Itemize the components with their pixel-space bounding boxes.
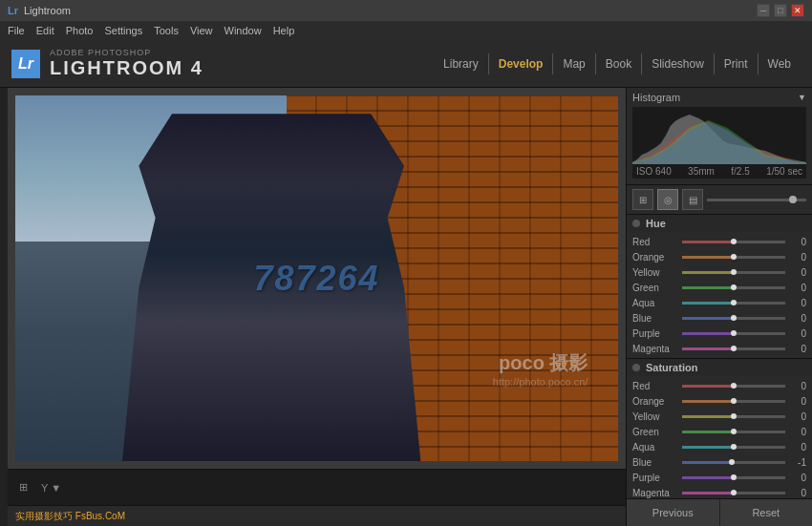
hsl-row-label: Aqua	[632, 442, 678, 452]
saturation-expand-dot[interactable]	[632, 364, 640, 371]
hsl-row-value: 0	[789, 344, 806, 354]
lr-logo-letter: Lr	[18, 55, 33, 73]
hsl-slider-thumb	[731, 315, 737, 321]
hsl-slider-fill	[682, 286, 734, 289]
hue-section-header[interactable]: Hue	[627, 215, 812, 232]
menu-window[interactable]: Window	[224, 25, 262, 36]
hsl-slider-container[interactable]	[682, 473, 785, 482]
hue-section: Hue Red 0 Orange	[627, 215, 812, 359]
center-content: 787264 poco 摄影 http://photo.poco.cn/	[8, 88, 626, 469]
photo-container: 787264 poco 摄影 http://photo.poco.cn/	[15, 95, 618, 461]
hsl-slider-track	[682, 271, 785, 274]
hsl-slider-thumb	[731, 269, 737, 275]
hsl-row-label: Purple	[632, 473, 678, 483]
tool-slider[interactable]	[707, 199, 806, 201]
hsl-row: Red 0	[627, 234, 812, 249]
hsl-slider-track	[682, 476, 785, 479]
hsl-row-value: 0	[789, 396, 806, 407]
histogram-section: Histogram ▼ ISO 640 35mm f/2.5	[627, 88, 812, 185]
hsl-slider-track	[682, 461, 785, 464]
hsl-slider-thumb	[731, 346, 737, 351]
hsl-row: Red 0	[627, 378, 812, 393]
tool-slider-thumb	[789, 196, 797, 203]
coord-label[interactable]: Y ▼	[37, 480, 65, 495]
left-panel-collapse[interactable]	[0, 88, 8, 526]
window-title: Lightroom	[24, 5, 71, 16]
module-print[interactable]: Print	[715, 53, 759, 74]
module-map[interactable]: Map	[553, 53, 595, 74]
hsl-slider-thumb	[731, 330, 737, 336]
panel-nav-buttons: Previous Reset	[627, 498, 812, 526]
hsl-row: Yellow 0	[627, 409, 812, 424]
hsl-slider-container[interactable]	[682, 396, 785, 406]
hsl-slider-fill	[682, 271, 734, 274]
reset-button[interactable]: Reset	[720, 499, 813, 526]
hsl-slider-container[interactable]	[682, 283, 785, 292]
hsl-slider-fill	[682, 332, 734, 335]
hsl-row-value: 0	[789, 411, 806, 422]
hue-rows: Red 0 Orange 0 Yellow	[627, 232, 812, 358]
brush-tool-icon[interactable]: ▤	[682, 189, 703, 210]
menu-photo[interactable]: Photo	[66, 25, 94, 36]
hsl-row-label: Yellow	[632, 411, 678, 422]
hue-expand-dot[interactable]	[632, 220, 640, 227]
right-panel: Histogram ▼ ISO 640 35mm f/2.5	[626, 88, 812, 526]
grid-icon[interactable]: ⊞	[15, 479, 32, 495]
module-slideshow[interactable]: Slideshow	[642, 53, 715, 74]
saturation-section: Saturation Red 0 Orange	[627, 359, 812, 498]
hsl-slider-container[interactable]	[682, 237, 785, 246]
menu-edit[interactable]: Edit	[36, 25, 54, 36]
close-button[interactable]: ✕	[791, 4, 804, 17]
hsl-slider-thumb	[731, 239, 737, 244]
maximize-button[interactable]: □	[774, 4, 787, 17]
module-library[interactable]: Library	[434, 53, 489, 74]
hsl-slider-container[interactable]	[682, 313, 785, 323]
menu-tools[interactable]: Tools	[154, 25, 179, 36]
hsl-slider-container[interactable]	[682, 267, 785, 277]
saturation-section-header[interactable]: Saturation	[627, 359, 812, 376]
hsl-slider-track	[682, 302, 785, 305]
histogram-arrow[interactable]: ▼	[798, 93, 806, 102]
hsl-slider-fill	[682, 317, 734, 320]
hsl-slider-thumb	[731, 254, 737, 260]
module-web[interactable]: Web	[759, 53, 801, 74]
hsl-slider-container[interactable]	[682, 442, 785, 452]
menu-file[interactable]: File	[8, 25, 25, 36]
hsl-row: Aqua 0	[627, 439, 812, 454]
hsl-slider-container[interactable]	[682, 344, 785, 353]
hsl-row: Magenta 0	[627, 485, 812, 498]
crop-tool-icon[interactable]: ⊞	[632, 189, 653, 210]
lr-badge: Lr	[11, 50, 40, 78]
menu-help[interactable]: Help	[273, 25, 295, 36]
menu-view[interactable]: View	[190, 25, 213, 36]
histogram-svg	[632, 107, 806, 164]
module-develop[interactable]: Develop	[489, 53, 554, 74]
hsl-slider-container[interactable]	[682, 328, 785, 338]
hsl-slider-container[interactable]	[682, 427, 785, 436]
hsl-slider-container[interactable]	[682, 252, 785, 262]
hsl-slider-container[interactable]	[682, 411, 785, 421]
hsl-slider-container[interactable]	[682, 298, 785, 307]
exif-bar: ISO 640 35mm f/2.5 1/50 sec	[632, 164, 806, 179]
histogram-header: Histogram ▼	[632, 92, 806, 103]
hsl-slider-fill	[682, 431, 734, 433]
hsl-slider-thumb	[731, 490, 737, 495]
previous-button[interactable]: Previous	[627, 499, 720, 526]
hsl-slider-fill	[682, 492, 734, 494]
hsl-slider-fill	[682, 415, 734, 418]
adjust-tool-icon[interactable]: ◎	[657, 189, 678, 210]
hsl-slider-container[interactable]	[682, 457, 785, 467]
menu-settings[interactable]: Settings	[104, 25, 142, 36]
adobe-text: ADOBE PHOTOSHOP	[50, 48, 203, 57]
hsl-slider-thumb	[731, 413, 737, 419]
hue-section-title: Hue	[646, 218, 666, 229]
app-name: LIGHTROOM 4	[50, 57, 203, 79]
minimize-button[interactable]: ─	[757, 4, 770, 17]
hsl-row: Green 0	[627, 424, 812, 439]
hsl-slider-container[interactable]	[682, 381, 785, 390]
hsl-slider-container[interactable]	[682, 488, 785, 497]
hsl-row-value: 0	[789, 473, 806, 483]
histogram-title: Histogram	[632, 92, 680, 103]
module-book[interactable]: Book	[596, 53, 642, 74]
window-controls[interactable]: ─ □ ✕	[757, 4, 804, 17]
